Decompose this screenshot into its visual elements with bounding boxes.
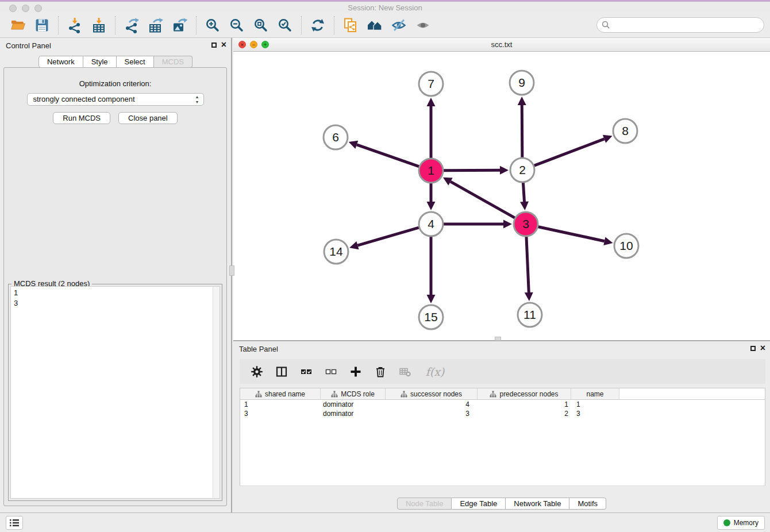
network-canvas[interactable]: 7968124314101511 <box>233 52 770 340</box>
run-mcds-button[interactable]: Run MCDS <box>53 112 110 124</box>
graph-node-7[interactable]: 7 <box>419 72 443 96</box>
tab-motifs[interactable]: Motifs <box>569 498 606 510</box>
mcds-result-list[interactable]: 1 3 <box>10 286 220 499</box>
graph-edge-1-4[interactable] <box>427 183 436 210</box>
zoom-fit-button[interactable] <box>251 16 271 35</box>
close-table-panel-icon[interactable]: × <box>760 344 765 352</box>
hide-selected-button[interactable] <box>389 16 409 35</box>
memory-button[interactable]: Memory <box>717 516 765 530</box>
import-table-button[interactable] <box>89 16 109 35</box>
graph-edge-1-2[interactable] <box>443 166 509 175</box>
column-header-shared-name[interactable]: shared name <box>240 388 321 399</box>
graph-node-1[interactable]: 1 <box>419 159 443 183</box>
vertical-splitter-grip[interactable] <box>229 265 234 276</box>
cell-name[interactable]: 1 <box>571 400 619 408</box>
graph-node-2[interactable]: 2 <box>510 158 534 182</box>
graph-node-4[interactable]: 4 <box>419 212 443 236</box>
graph-edge-4-15[interactable] <box>427 236 436 303</box>
graph-edge-3-11[interactable] <box>525 236 533 301</box>
cell-predecessor-nodes[interactable]: 2 <box>478 410 571 418</box>
cell-name[interactable]: 3 <box>571 410 619 418</box>
table-row[interactable]: 1 dominator 4 1 1 <box>240 400 765 409</box>
graph-node-3[interactable]: 3 <box>514 212 538 236</box>
first-neighbors-button[interactable] <box>365 16 384 35</box>
control-panel-tabs: Network Style Select MCDS <box>0 56 231 68</box>
delete-table-button[interactable] <box>398 364 413 379</box>
svg-text:1: 1 <box>428 164 434 177</box>
tab-node-table[interactable]: Node Table <box>397 498 452 510</box>
close-panel-button[interactable]: Close panel <box>118 112 178 124</box>
cell-mcds-role[interactable]: dominator <box>321 400 386 408</box>
delete-columns-button[interactable] <box>373 364 388 379</box>
graph-edge-4-14[interactable] <box>349 228 419 249</box>
column-header-name[interactable]: name <box>571 388 619 399</box>
create-column-button[interactable] <box>348 364 363 379</box>
mcds-result-item[interactable]: 1 <box>11 288 220 298</box>
function-builder-button[interactable]: f(x) <box>422 364 448 379</box>
open-session-button[interactable] <box>8 16 28 35</box>
tab-style[interactable]: Style <box>83 56 117 68</box>
export-table-button[interactable] <box>146 16 165 35</box>
graph-edge-2-8[interactable] <box>534 135 613 166</box>
criterion-select[interactable]: strongly connected component ▲▼ <box>27 93 204 106</box>
zoom-out-button[interactable] <box>227 16 247 35</box>
close-panel-icon[interactable]: × <box>221 41 226 49</box>
cell-mcds-role[interactable]: dominator <box>321 410 386 418</box>
graph-node-10[interactable]: 10 <box>614 234 638 258</box>
graph-node-9[interactable]: 9 <box>510 71 534 95</box>
tab-network[interactable]: Network <box>38 56 83 68</box>
graph-node-14[interactable]: 14 <box>324 240 348 264</box>
cell-successor-nodes[interactable]: 4 <box>386 400 478 408</box>
table-row[interactable]: 3 dominator 3 2 3 <box>240 409 765 418</box>
graph-node-8[interactable]: 8 <box>613 119 637 143</box>
graph-node-15[interactable]: 15 <box>419 305 443 329</box>
tab-network-table[interactable]: Network Table <box>506 498 569 510</box>
clone-network-button[interactable] <box>341 16 360 35</box>
toolbar-separator <box>334 16 334 34</box>
search-input[interactable] <box>613 20 764 31</box>
unselect-all-columns-button[interactable] <box>324 364 338 379</box>
task-history-button[interactable] <box>6 516 23 530</box>
save-session-button[interactable] <box>32 16 52 35</box>
cell-successor-nodes[interactable]: 3 <box>386 410 478 418</box>
mcds-result-item[interactable]: 3 <box>11 298 220 309</box>
graph-edge-2-9[interactable] <box>518 97 526 158</box>
import-network-button[interactable] <box>65 16 84 35</box>
graph-edge-3-10[interactable] <box>538 226 613 245</box>
show-all-button[interactable] <box>413 16 433 35</box>
zoom-in-button[interactable] <box>203 16 222 35</box>
graph-node-6[interactable]: 6 <box>324 125 348 149</box>
svg-text:4: 4 <box>428 217 434 230</box>
export-image-button[interactable] <box>170 16 190 35</box>
export-network-button[interactable] <box>122 16 141 35</box>
refresh-style-button[interactable] <box>308 16 328 35</box>
search-field <box>596 17 764 33</box>
graph-edge-3-1[interactable] <box>443 178 515 218</box>
graph-edge-4-3[interactable] <box>443 220 512 229</box>
column-header-successor-nodes[interactable]: successor nodes <box>386 388 478 399</box>
column-header-mcds-role[interactable]: MCDS role <box>321 388 386 399</box>
memory-label: Memory <box>734 519 759 527</box>
column-header-predecessor-nodes[interactable]: predecessor nodes <box>478 388 571 399</box>
cell-predecessor-nodes[interactable]: 1 <box>478 400 571 408</box>
graph-edge-1-7[interactable] <box>427 98 436 159</box>
tab-mcds[interactable]: MCDS <box>154 56 192 68</box>
float-panel-icon[interactable] <box>211 43 217 48</box>
graph-edge-1-6[interactable] <box>349 141 420 167</box>
svg-text:6: 6 <box>332 130 339 144</box>
float-table-panel-icon[interactable] <box>750 346 756 351</box>
graph-node-11[interactable]: 11 <box>518 303 542 327</box>
svg-text:11: 11 <box>523 308 536 321</box>
cell-shared-name[interactable]: 3 <box>240 410 321 418</box>
table-mode-gear-button[interactable] <box>249 364 264 379</box>
horizontal-splitter-grip[interactable] <box>495 337 501 341</box>
cell-shared-name[interactable]: 1 <box>240 400 321 408</box>
graph-edge-2-3[interactable] <box>520 182 529 210</box>
zoom-selected-button[interactable] <box>275 16 295 35</box>
select-all-columns-button[interactable] <box>299 364 314 379</box>
tab-select[interactable]: Select <box>117 56 154 68</box>
result-scrollbar[interactable] <box>213 287 220 498</box>
show-columns-button[interactable] <box>274 364 289 379</box>
list-icon <box>9 519 20 527</box>
tab-edge-table[interactable]: Edge Table <box>452 498 506 510</box>
